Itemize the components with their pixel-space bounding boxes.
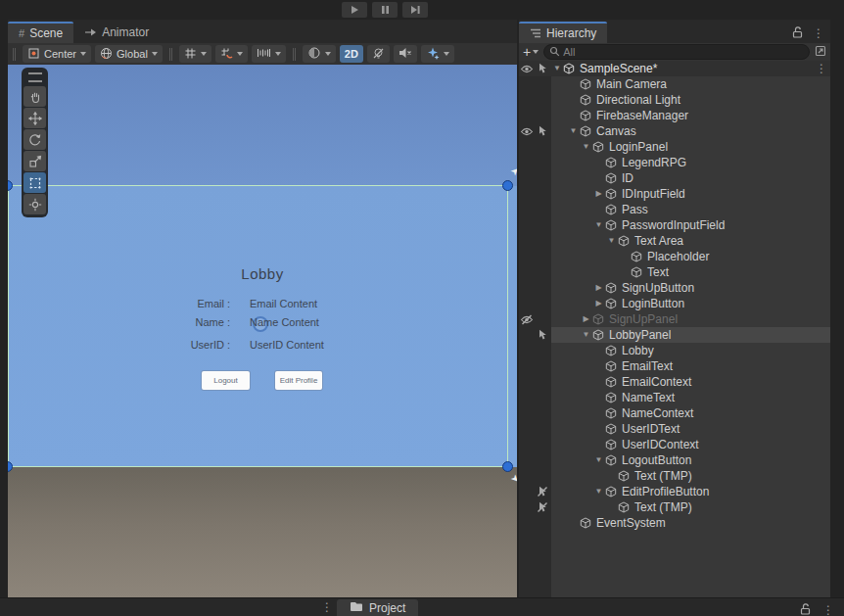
- panel-menu-icon[interactable]: ⋮: [822, 604, 834, 616]
- hierarchy-row[interactable]: ▼LoginPanel: [519, 139, 830, 155]
- scene-pickability-icon[interactable]: [535, 61, 550, 76]
- create-object-button[interactable]: +: [523, 45, 539, 59]
- pickability-icon[interactable]: [535, 327, 550, 343]
- search-window-icon[interactable]: [815, 43, 826, 61]
- draw-mode-button[interactable]: [303, 45, 336, 63]
- hierarchy-row[interactable]: Text (TMP): [519, 468, 830, 484]
- tab-project[interactable]: Project: [337, 599, 418, 616]
- scale-tool-button[interactable]: [23, 151, 46, 171]
- hierarchy-row[interactable]: ▼PasswordInputField: [519, 217, 830, 233]
- hierarchy-row[interactable]: Text: [519, 264, 830, 280]
- hierarchy-row[interactable]: Placeholder: [519, 249, 830, 264]
- hierarchy-row[interactable]: Main Camera: [519, 76, 830, 92]
- rect-handle-bottom-right[interactable]: [502, 461, 513, 472]
- hierarchy-row[interactable]: EmailContext: [519, 374, 830, 390]
- rect-edge-left[interactable]: [8, 185, 9, 467]
- lock-icon[interactable]: [792, 24, 803, 42]
- foldout-open-icon[interactable]: ▼: [580, 327, 592, 343]
- foldout-open-icon[interactable]: ▼: [580, 139, 592, 155]
- scene-viewport[interactable]: Lobby Email :Email ContentName :Name Con…: [8, 65, 517, 597]
- row-gutter: [519, 123, 551, 139]
- space-mode-button[interactable]: Global: [95, 45, 163, 63]
- visibility-icon[interactable]: [519, 123, 535, 139]
- hierarchy-row[interactable]: ▶SignUpButton: [519, 280, 830, 296]
- scene-lighting-button[interactable]: [367, 45, 390, 63]
- foldout-closed-icon[interactable]: ▶: [592, 280, 605, 296]
- foldout-closed-icon[interactable]: ▶: [580, 311, 592, 327]
- hierarchy-row[interactable]: EventSystem: [519, 515, 830, 531]
- hierarchy-row[interactable]: NameContext: [519, 405, 830, 421]
- scene-asset-row[interactable]: ▼ SampleScene* ⋮: [519, 61, 830, 76]
- gameobject-cube-icon: [605, 345, 619, 356]
- pickability-off-icon[interactable]: [535, 499, 550, 515]
- hierarchy-row[interactable]: ID: [519, 170, 830, 186]
- gameobject-cube-icon: [605, 407, 619, 419]
- visibility-off-icon[interactable]: [519, 311, 535, 327]
- scene-effects-button[interactable]: [421, 45, 454, 63]
- move-tool-button[interactable]: [23, 108, 46, 128]
- panel-menu-icon[interactable]: ⋮: [813, 27, 824, 39]
- hierarchy-row[interactable]: NameText: [519, 390, 830, 405]
- field-value: Email Content: [250, 298, 317, 309]
- hierarchy-row[interactable]: ▼LobbyPanel: [519, 327, 830, 343]
- bottom-menu-icon[interactable]: ⋮: [321, 601, 333, 613]
- hierarchy-row[interactable]: ▶IDInputField: [519, 186, 830, 202]
- rect-edge-top[interactable]: [8, 185, 509, 186]
- hierarchy-row[interactable]: ▼Text Area: [519, 233, 830, 249]
- gameobject-name: NameText: [622, 391, 675, 404]
- rotate-tool-button[interactable]: [23, 129, 46, 150]
- foldout-closed-icon[interactable]: ▶: [592, 186, 605, 202]
- hand-tool-button[interactable]: [23, 86, 46, 107]
- tab-hierarchy[interactable]: Hierarchy: [519, 22, 607, 43]
- scene-visibility-icon[interactable]: [519, 61, 535, 76]
- foldout-open-icon[interactable]: ▼: [592, 217, 605, 233]
- hierarchy-row[interactable]: FirebaseManager: [519, 108, 830, 123]
- hierarchy-row[interactable]: ▼LogoutButton: [519, 452, 830, 468]
- hierarchy-row[interactable]: EmailText: [519, 358, 830, 374]
- hierarchy-row[interactable]: Lobby: [519, 343, 830, 358]
- hierarchy-row[interactable]: UserIDText: [519, 421, 830, 437]
- hierarchy-row[interactable]: Pass: [519, 202, 830, 217]
- hierarchy-row[interactable]: Text (TMP): [519, 499, 830, 515]
- foldout-open-icon[interactable]: ▼: [592, 484, 605, 499]
- rect-edge-right[interactable]: [507, 185, 508, 467]
- foldout-open-icon[interactable]: ▼: [551, 61, 563, 76]
- scene-menu-icon[interactable]: ⋮: [816, 63, 827, 74]
- hierarchy-search[interactable]: [543, 44, 810, 60]
- step-button[interactable]: [402, 2, 428, 18]
- hierarchy-row[interactable]: UserIDContext: [519, 437, 830, 452]
- tab-scene[interactable]: # Scene: [8, 22, 73, 43]
- transform-tool-button[interactable]: [23, 194, 46, 214]
- toolbar-separator: [293, 48, 296, 61]
- play-button[interactable]: [342, 2, 367, 18]
- lock-icon[interactable]: [800, 601, 811, 616]
- pickability-icon[interactable]: [535, 123, 550, 139]
- foldout-open-icon[interactable]: ▼: [605, 233, 618, 249]
- hierarchy-row[interactable]: LegendRPG: [519, 155, 830, 170]
- hierarchy-row[interactable]: ▼EditProfileButton: [519, 484, 830, 499]
- rect-edge-bottom[interactable]: [8, 466, 509, 467]
- grid-visibility-button[interactable]: [179, 45, 211, 63]
- gameobject-name: LogoutButton: [622, 453, 691, 467]
- mode-2d-button[interactable]: 2D: [340, 45, 363, 63]
- pause-button[interactable]: [372, 2, 398, 18]
- pivot-mode-button[interactable]: Center: [23, 45, 91, 63]
- hierarchy-row[interactable]: ▼Canvas: [519, 123, 830, 139]
- hierarchy-row[interactable]: ▶LoginButton: [519, 296, 830, 311]
- search-input[interactable]: [563, 46, 804, 58]
- palette-drag-handle[interactable]: [28, 72, 42, 82]
- rect-handle-top-right[interactable]: [502, 180, 513, 191]
- pickability-off-icon[interactable]: [535, 484, 550, 499]
- foldout-open-icon[interactable]: ▼: [567, 123, 580, 139]
- hierarchy-row[interactable]: ▶SignUpPanel: [519, 311, 830, 327]
- rect-tool-button[interactable]: [23, 172, 46, 193]
- foldout-closed-icon[interactable]: ▶: [592, 296, 605, 311]
- grid-snap-button[interactable]: [215, 45, 248, 63]
- row-gutter: [519, 327, 551, 343]
- foldout-open-icon[interactable]: ▼: [592, 452, 605, 468]
- row-gutter: [519, 421, 551, 437]
- tab-animator[interactable]: Animator: [73, 22, 160, 43]
- snap-increment-button[interactable]: [252, 45, 286, 63]
- scene-audio-button[interactable]: [394, 45, 417, 63]
- hierarchy-row[interactable]: Directional Light: [519, 92, 830, 108]
